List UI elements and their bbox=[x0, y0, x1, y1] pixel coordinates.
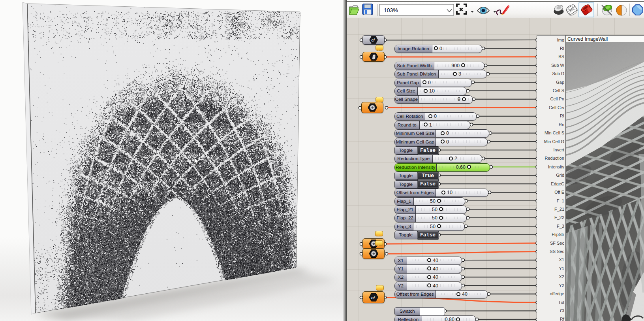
svg-text:c/: c/ bbox=[372, 38, 376, 42]
svg-text:Curved ImageWall: Curved ImageWall bbox=[567, 36, 608, 42]
svg-text:103%: 103% bbox=[384, 7, 398, 13]
